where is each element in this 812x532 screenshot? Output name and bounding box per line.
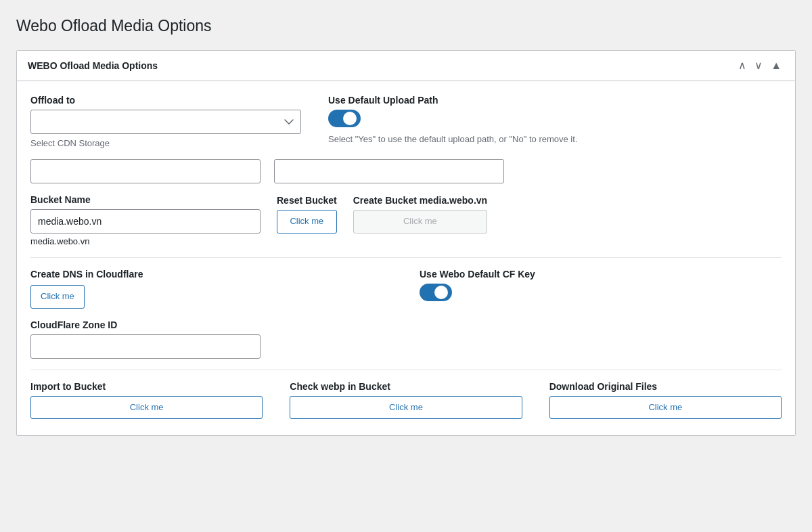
page-title: Webo Ofload Media Options (16, 16, 796, 37)
download-original-label: Download Original Files (549, 381, 782, 392)
top-row: Offload to Select CDN Storage Use Defaul… (30, 95, 782, 148)
bucket-name-input[interactable] (30, 209, 261, 234)
import-bucket-button[interactable]: Click me (30, 396, 263, 420)
toggle-slider (328, 110, 361, 127)
cloudflare-zone-group: CloudFlare Zone ID (30, 319, 261, 359)
check-webp-group: Check webp in Bucket Click me (290, 381, 522, 420)
collapse-up-icon[interactable]: ∧ (736, 59, 749, 72)
cloudflare-zone-label: CloudFlare Zone ID (30, 319, 261, 330)
input-field-1[interactable] (30, 159, 261, 183)
panel-header-title: WEBO Ofload Media Options (28, 60, 158, 71)
use-webo-cf-key-group: Use Webo Default CF Key (420, 269, 782, 301)
offload-to-hint: Select CDN Storage (30, 138, 301, 148)
import-bucket-label: Import to Bucket (30, 381, 263, 392)
use-webo-cf-key-label: Use Webo Default CF Key (420, 269, 782, 280)
create-dns-label: Create DNS in Cloudflare (30, 269, 392, 280)
bucket-name-label: Bucket Name (30, 194, 261, 205)
reset-bucket-button[interactable]: Click me (277, 210, 337, 234)
two-input-row (30, 159, 782, 183)
toggle-slider-2 (420, 284, 452, 301)
bucket-row: Bucket Name Reset Bucket Click me Create… (30, 194, 782, 234)
collapse-icon[interactable]: ▲ (768, 59, 784, 72)
reset-bucket-label: Reset Bucket (277, 195, 337, 206)
divider-1 (30, 257, 782, 258)
dns-row: Create DNS in Cloudflare Click me Use We… (30, 269, 782, 309)
use-default-upload-toggle[interactable] (328, 110, 361, 127)
collapse-down-icon[interactable]: ∨ (752, 59, 765, 72)
create-dns-button[interactable]: Click me (30, 285, 85, 309)
create-dns-group: Create DNS in Cloudflare Click me (30, 269, 392, 309)
create-bucket-label: Create Bucket media.webo.vn (353, 195, 487, 206)
download-original-button[interactable]: Click me (549, 396, 782, 420)
offload-to-group: Offload to Select CDN Storage (30, 95, 301, 148)
download-original-group: Download Original Files Click me (549, 381, 782, 420)
panel-body: Offload to Select CDN Storage Use Defaul… (17, 81, 795, 436)
use-webo-cf-key-toggle[interactable] (420, 284, 452, 301)
check-webp-label: Check webp in Bucket (290, 381, 522, 392)
cloudflare-zone-input[interactable] (30, 334, 261, 359)
use-default-upload-group: Use Default Upload Path Select "Yes" to … (328, 95, 782, 144)
bucket-name-group: Bucket Name (30, 194, 261, 234)
use-default-upload-label: Use Default Upload Path (328, 95, 782, 106)
reset-bucket-group: Reset Bucket Click me (277, 195, 337, 234)
create-bucket-group: Create Bucket media.webo.vn Click me (353, 195, 487, 234)
bottom-row: Import to Bucket Click me Check webp in … (30, 381, 782, 420)
check-webp-button[interactable]: Click me (290, 396, 522, 420)
create-bucket-button[interactable]: Click me (353, 210, 487, 234)
use-default-upload-desc: Select "Yes" to use the default upload p… (328, 134, 653, 144)
input-field-2[interactable] (274, 159, 504, 183)
bucket-name-hint: media.webo.vn (30, 236, 782, 246)
panel-header: WEBO Ofload Media Options ∧ ∨ ▲ (17, 51, 795, 81)
offload-to-select[interactable] (30, 110, 301, 134)
settings-panel: WEBO Ofload Media Options ∧ ∨ ▲ Offload … (16, 50, 796, 437)
offload-to-label: Offload to (30, 95, 301, 106)
divider-2 (30, 370, 782, 370)
panel-header-controls: ∧ ∨ ▲ (736, 59, 784, 72)
import-bucket-group: Import to Bucket Click me (30, 381, 263, 420)
